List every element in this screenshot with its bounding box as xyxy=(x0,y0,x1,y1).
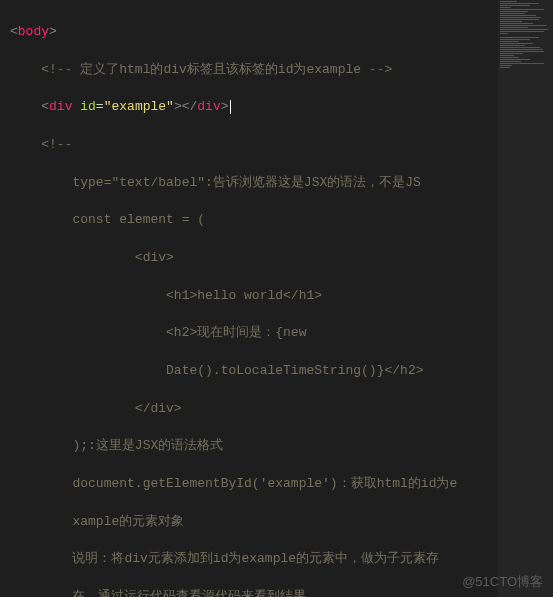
comment-line: </div> xyxy=(41,401,181,416)
minimap[interactable] xyxy=(498,0,553,597)
comment-line: xample的元素对象 xyxy=(41,514,184,529)
comment-line: <div> xyxy=(41,250,174,265)
comment-line: <!-- 定义了html的div标签且该标签的id为example --> xyxy=(41,62,392,77)
comment-line: type="text/babel":告诉浏览器这是JSX的语法，不是JS xyxy=(41,175,421,190)
tag-div: div xyxy=(49,99,72,114)
comment-line: <h1>hello world</h1> xyxy=(41,288,322,303)
comment-line: 说明：将div元素添加到id为example的元素中，做为子元素存 xyxy=(41,551,439,566)
watermark: @51CTO博客 xyxy=(462,573,543,591)
comment-line: document.getElementById('example')：获取htm… xyxy=(41,476,457,491)
tag-body: body xyxy=(18,24,49,39)
comment-line: Date().toLocaleTimeString()}</h2> xyxy=(41,363,423,378)
comment-open: <!-- xyxy=(41,137,72,152)
code-editor[interactable]: <body> <!-- 定义了html的div标签且该标签的id为example… xyxy=(0,0,553,597)
comment-line: 在，通过运行代码查看源代码来看到结果 xyxy=(41,589,306,597)
comment-line: );:这里是JSX的语法格式 xyxy=(41,438,223,453)
cursor xyxy=(230,100,231,114)
attr-id: id xyxy=(80,99,96,114)
string: "example" xyxy=(104,99,174,114)
bracket: < xyxy=(41,99,49,114)
comment-line: const element = ( xyxy=(41,212,205,227)
comment-line: <h2>现在时间是：{new xyxy=(41,325,306,340)
